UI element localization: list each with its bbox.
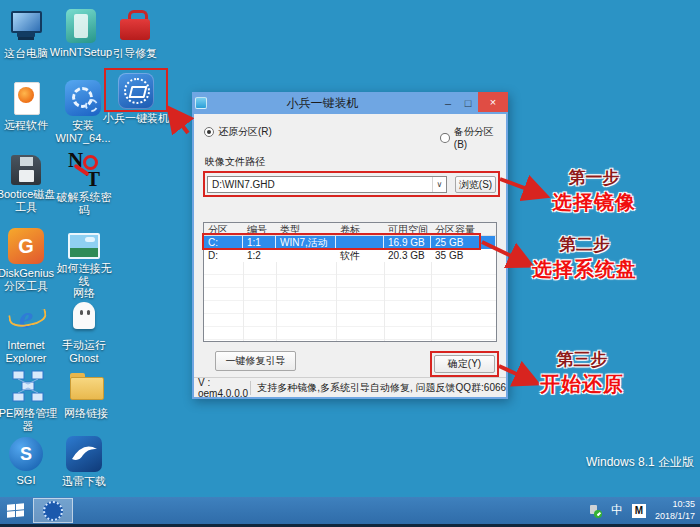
cell-partition: D:: [204, 249, 243, 262]
network-icon: [10, 368, 46, 404]
dialog-title: 小兵一键装机: [207, 95, 438, 112]
chevron-down-icon[interactable]: ∨: [432, 177, 446, 192]
desktop-icon-bootice[interactable]: Bootice磁盘 工具: [0, 152, 58, 213]
desktop-icon-thunder[interactable]: 迅雷下载: [52, 436, 116, 488]
floppy-disk-icon: [11, 155, 41, 185]
dialog-app-icon: [195, 97, 207, 109]
cell-number: 1:2: [243, 249, 276, 262]
table-grid: [204, 262, 496, 341]
windows-logo-icon: [7, 503, 24, 518]
icon-label: 网络链接: [54, 407, 118, 420]
step1-title: 第一步: [534, 166, 654, 189]
desktop-icon-crack-password[interactable]: N T 破解系统密码: [52, 152, 116, 216]
desktop: 这台电脑 WinNTSetup 引导修复 远程软件 安装 WIN7_64... …: [0, 0, 700, 527]
safely-remove-hardware-icon[interactable]: [588, 504, 602, 518]
desktop-icon-network-links[interactable]: 网络链接: [54, 368, 118, 420]
toolbox-icon: [117, 8, 153, 44]
clock-date: 2018/1/17: [655, 511, 695, 522]
clock-time: 10:35: [655, 499, 695, 510]
letter-e-glyph: e: [19, 299, 33, 335]
desktop-icon-internet-explorer[interactable]: e Internet Explorer: [0, 300, 58, 364]
taskbar-clock[interactable]: 10:35 2018/1/17: [655, 499, 695, 522]
desktop-icon-ghost[interactable]: 手动运行 Ghost: [52, 300, 116, 364]
status-text: 支持多种镜像,多系统引导自动修复, 问题反馈QQ群:606616468: [250, 381, 506, 395]
cell-type: [276, 249, 336, 262]
start-button[interactable]: [0, 497, 30, 524]
icon-label: 破解系统密码: [52, 191, 116, 216]
os-version-label: Windows 8.1 企业版: [586, 454, 694, 471]
annotation-step3: 第三步 开始还原: [522, 348, 642, 398]
browse-button[interactable]: 浏览(S): [455, 176, 496, 193]
cell-partition: C:: [204, 236, 243, 249]
backup-partition-radio[interactable]: 备份分区(B): [440, 125, 506, 150]
diskgenius-icon: G: [8, 228, 44, 264]
letter-n-glyph: N: [68, 148, 83, 173]
desktop-icon-xiaobing-installer[interactable]: 小兵一键装机: [102, 73, 170, 125]
minimize-icon[interactable]: –: [438, 94, 458, 112]
header-volume: 卷标: [336, 223, 384, 235]
icon-label: 远程软件: [0, 119, 58, 132]
icon-label: Bootice磁盘 工具: [0, 188, 58, 213]
input-language-indicator[interactable]: 中: [611, 502, 623, 519]
installer-app-icon-small: [43, 501, 63, 521]
step3-title: 第三步: [522, 348, 642, 371]
cell-capacity: 25 GB: [431, 236, 496, 249]
desktop-icon-pe-network-manager[interactable]: PE网络管理器: [0, 368, 60, 432]
letter-s-glyph: S: [20, 444, 32, 464]
desktop-icon-boot-repair[interactable]: 引导修复: [103, 8, 167, 60]
desktop-icon-wireless-help[interactable]: 如何连接无线 网络: [52, 228, 116, 300]
thunder-bird-icon: [66, 436, 102, 472]
dialog-titlebar[interactable]: 小兵一键装机 – □ ×: [192, 92, 508, 114]
repair-boot-button[interactable]: 一键修复引导: [215, 351, 296, 371]
letter-t-glyph: T: [86, 167, 100, 192]
header-type: 类型: [276, 223, 336, 235]
version-text: V : oem4.0.0.0: [194, 377, 250, 399]
step3-action: 开始还原: [522, 371, 642, 398]
table-row-c[interactable]: C: 1:1 WIN7,活动 16.9 GB 25 GB: [204, 236, 496, 249]
header-partition: 分区: [204, 223, 243, 235]
folder-icon: [68, 368, 104, 404]
step2-title: 第二步: [522, 233, 647, 256]
installer-app-icon: [118, 73, 154, 109]
system-tray: 中 M 10:35 2018/1/17: [588, 497, 700, 524]
image-path-label: 映像文件路径: [205, 155, 265, 169]
ie-icon: e: [8, 300, 44, 336]
nt-key-icon: N T: [66, 152, 102, 188]
gear-icon: [65, 80, 101, 116]
dialog-statusbar: V : oem4.0.0.0 支持多种镜像,多系统引导自动修复, 问题反馈QQ群…: [194, 377, 506, 397]
icon-label: 如何连接无线 网络: [52, 262, 116, 300]
image-path-value: D:\WIN7.GHD: [208, 179, 432, 190]
icon-label: 小兵一键装机: [102, 112, 170, 125]
icon-label: DiskGenius 分区工具: [0, 267, 58, 292]
radio-selected-icon: [204, 127, 214, 137]
cell-number: 1:1: [243, 236, 276, 249]
package-icon: [66, 9, 96, 43]
cell-free: 16.9 GB: [384, 236, 431, 249]
ime-mode-icon[interactable]: M: [632, 504, 646, 518]
radio-label: 还原分区(R): [218, 125, 272, 139]
header-number: 编号: [243, 223, 276, 235]
dialog-body: 还原分区(R) 备份分区(B) 映像文件路径 D:\WIN7.GHD ∨ 浏览(…: [194, 114, 506, 397]
desktop-icon-sgi[interactable]: S SGI: [0, 436, 58, 487]
maximize-icon[interactable]: □: [458, 94, 478, 112]
table-header-row: 分区 编号 类型 卷标 可用空间 分区容量: [204, 223, 496, 236]
cell-volume: 软件: [336, 249, 384, 262]
desktop-icon-remote-software[interactable]: 远程软件: [0, 80, 58, 132]
installer-dialog: 小兵一键装机 – □ × 还原分区(R) 备份分区(B) 映像文件路径 D:\W…: [192, 92, 508, 399]
close-icon[interactable]: ×: [478, 92, 508, 112]
taskbar-app-installer[interactable]: [33, 498, 73, 523]
ok-button[interactable]: 确定(Y): [434, 355, 495, 373]
radio-icon: [440, 133, 450, 143]
table-row-d[interactable]: D: 1:2 软件 20.3 GB 35 GB: [204, 249, 496, 262]
cell-type: WIN7,活动: [276, 236, 336, 249]
document-icon: [8, 80, 44, 116]
header-free-space: 可用空间: [384, 223, 431, 235]
ghost-icon: [66, 300, 102, 336]
partition-table: 分区 编号 类型 卷标 可用空间 分区容量 C: 1:1 WIN7,活动 16.…: [203, 222, 497, 342]
desktop-icon-diskgenius[interactable]: G DiskGenius 分区工具: [0, 228, 58, 292]
icon-label: 引导修复: [103, 47, 167, 60]
radio-label: 备份分区(B): [454, 125, 506, 150]
image-path-combobox[interactable]: D:\WIN7.GHD ∨: [207, 176, 447, 193]
letter-g-glyph: G: [18, 235, 34, 257]
restore-partition-radio[interactable]: 还原分区(R): [204, 125, 272, 139]
